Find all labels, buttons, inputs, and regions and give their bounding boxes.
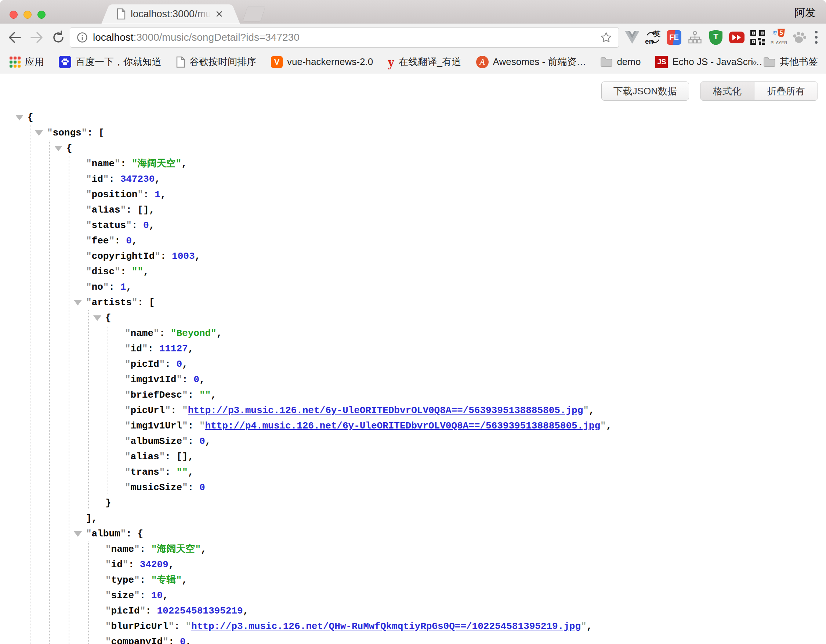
extensions-row: 英 en FE T ≋: [624, 24, 818, 51]
collapse-triangle-icon[interactable]: [74, 531, 82, 537]
json-row: {: [0, 141, 826, 156]
json-children: {"name": "Beyond","id": 11127,"picId": 0…: [0, 310, 826, 511]
bookmarks-bar: 应用 百度一下，你就知道 谷歌按时间排序 V vue-hackernews-2.…: [0, 51, 826, 73]
vue-badge-icon: V: [271, 56, 283, 68]
json-row: "name": "海阔天空",: [0, 156, 826, 171]
qr-code-icon[interactable]: [750, 29, 766, 45]
fe-helper-icon[interactable]: FE: [666, 29, 682, 45]
json-row: "no": 1,: [0, 279, 826, 295]
json-row: "musicSize": 0: [0, 480, 826, 495]
folder-icon: [764, 57, 775, 67]
collapse-all-button[interactable]: 折叠所有: [754, 82, 818, 100]
collapse-triangle-icon[interactable]: [54, 146, 62, 151]
json-row: {: [0, 110, 826, 125]
page-icon: [176, 57, 185, 68]
json-close-row: ],: [0, 511, 826, 526]
reload-button[interactable]: [50, 29, 67, 46]
json-link[interactable]: http://p3.music.126.net/6y-UleORITEDbvrO…: [188, 405, 583, 416]
json-row: "briefDesc": "",: [0, 387, 826, 403]
chrome-menu-icon[interactable]: [815, 29, 818, 45]
baidu-paw-icon: [59, 56, 71, 68]
json-row: "type": "专辑",: [0, 573, 826, 588]
zoom-window-button[interactable]: [37, 11, 45, 19]
title-bar: localhost:3000/music/songDe 阿发: [0, 0, 826, 23]
json-link[interactable]: http://p4.music.126.net/6y-UleORITEDbvrO…: [205, 421, 600, 431]
json-row: "id": 11127,: [0, 341, 826, 357]
json-row: "picUrl": "http://p3.music.126.net/6y-Ul…: [0, 403, 826, 418]
json-link[interactable]: http://p3.music.126.net/QHw-RuMwfQkmqtiy…: [191, 621, 581, 632]
bookmark-demo-folder[interactable]: demo: [601, 56, 641, 68]
browser-toolbar: localhost:3000/music/songDetail?ids=3472…: [0, 24, 826, 51]
json-row: "songs": [: [0, 125, 826, 141]
bookmark-awesomes[interactable]: A Awesomes - 前端资…: [476, 56, 586, 68]
new-tab-button[interactable]: [243, 6, 266, 21]
bookmark-baidu[interactable]: 百度一下，你就知道: [59, 56, 161, 68]
json-children: "name": "Beyond","id": 11127,"picId": 0,…: [0, 326, 826, 495]
video-download-icon[interactable]: [729, 29, 745, 45]
json-row: "disc": "",: [0, 264, 826, 279]
minimize-window-button[interactable]: [23, 11, 31, 19]
browser-tab[interactable]: localhost:3000/music/songDe: [111, 5, 231, 23]
json-row: "picId": 102254581395219,: [0, 603, 826, 619]
profile-name[interactable]: 阿发: [795, 6, 816, 20]
collapse-triangle-icon[interactable]: [35, 130, 43, 136]
json-row: "alias": [],: [0, 449, 826, 464]
bookmarks-overflow-icon[interactable]: »: [751, 56, 757, 68]
site-info-icon[interactable]: [77, 32, 88, 43]
youdao-icon: y: [388, 57, 394, 68]
url-path: :3000/music/songDetail?ids=347230: [134, 31, 300, 43]
vue-devtools-icon[interactable]: [624, 29, 640, 45]
page-content: 下载JSON数据 格式化 折叠所有 {"songs": [{"name": "海…: [0, 74, 826, 644]
json-row: "img1v1Id": 0,: [0, 372, 826, 387]
json-toolbar: 下载JSON数据 格式化 折叠所有: [601, 82, 818, 101]
download-json-button[interactable]: 下载JSON数据: [601, 82, 689, 101]
json-row: "picId": 0,: [0, 357, 826, 372]
url-text[interactable]: localhost:3000/music/songDetail?ids=3472…: [93, 31, 600, 43]
paw-icon[interactable]: [792, 29, 807, 45]
json-row: "artists": [: [0, 295, 826, 310]
folder-icon: [601, 57, 612, 67]
url-host: localhost: [93, 31, 134, 43]
bookmark-youdao[interactable]: y 在线翻译_有道: [388, 56, 461, 68]
format-button[interactable]: 格式化: [700, 82, 754, 100]
json-row: "name": "海阔天空",: [0, 542, 826, 557]
json-row: "fee": 0,: [0, 233, 826, 248]
json-row: "name": "Beyond",: [0, 326, 826, 341]
json-row: "companyId": 0,: [0, 634, 826, 644]
html5-player-icon[interactable]: ≋ 5 PLAYER: [770, 29, 787, 45]
json-row: "position": 1,: [0, 187, 826, 202]
apps-grid-icon: [9, 57, 20, 68]
collapse-triangle-icon[interactable]: [16, 115, 23, 120]
json-row: "blurPicUrl": "http://p3.music.126.net/Q…: [0, 619, 826, 634]
forward-button[interactable]: [29, 29, 45, 46]
back-button[interactable]: [6, 29, 23, 46]
translate-icon[interactable]: 英 en: [645, 29, 661, 45]
collapse-triangle-icon[interactable]: [93, 315, 101, 321]
json-row: {: [0, 310, 826, 326]
close-window-button[interactable]: [9, 11, 18, 19]
collapse-triangle-icon[interactable]: [74, 300, 82, 306]
json-children: "songs": [{"name": "海阔天空","id": 347230,"…: [0, 125, 826, 644]
sitemap-icon[interactable]: [687, 29, 703, 45]
json-row: "img1v1Url": "http://p4.music.126.net/6y…: [0, 418, 826, 434]
url-bar[interactable]: localhost:3000/music/songDetail?ids=3472…: [70, 27, 619, 48]
echojs-icon: JS: [655, 56, 668, 68]
other-bookmarks-folder[interactable]: 其他书签: [764, 56, 818, 68]
page-icon: [117, 8, 126, 19]
json-row: "copyrightId": 1003,: [0, 248, 826, 264]
browser-window: localhost:3000/music/songDe 阿发 localhost…: [0, 0, 826, 644]
json-row: "id": 34209,: [0, 557, 826, 573]
bookmark-star-icon[interactable]: [600, 31, 612, 43]
bookmark-echojs[interactable]: JS Echo JS - JavaScri…: [655, 56, 762, 68]
tab-close-icon[interactable]: [214, 9, 224, 19]
awesomes-icon: A: [476, 56, 489, 68]
json-close-row: }: [0, 495, 826, 511]
bookmark-vue-hackernews[interactable]: V vue-hackernews-2.0: [271, 56, 373, 68]
json-row: "trans": "",: [0, 464, 826, 480]
json-children: {"name": "海阔天空","id": 347230,"position":…: [0, 141, 826, 644]
tab-title: localhost:3000/music/songDe: [131, 8, 211, 20]
bookmark-apps[interactable]: 应用: [9, 56, 44, 68]
tampermonkey-icon[interactable]: T: [708, 29, 724, 45]
bookmark-google-sort[interactable]: 谷歌按时间排序: [176, 56, 256, 68]
json-viewer: {"songs": [{"name": "海阔天空","id": 347230,…: [0, 110, 826, 644]
